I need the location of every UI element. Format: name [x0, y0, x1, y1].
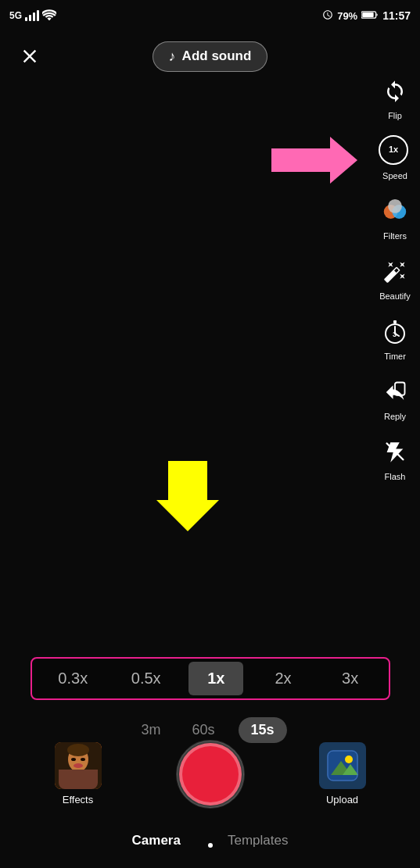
add-sound-label: Add sound	[182, 48, 252, 64]
time: 11:57	[382, 9, 411, 22]
status-left: 5G	[9, 9, 56, 23]
duration-60s[interactable]: 60s	[184, 717, 222, 743]
svg-marker-10	[271, 137, 357, 184]
battery-pct: 79%	[337, 10, 357, 22]
upload-icon	[319, 742, 366, 789]
pink-arrow	[271, 137, 357, 187]
top-bar: ♪ Add sound	[0, 39, 420, 73]
speed-label: Speed	[382, 171, 407, 180]
speed-3x[interactable]: 3x	[323, 662, 378, 695]
speed-1x[interactable]: 1x	[188, 662, 243, 695]
bottom-bar: Effects Upload	[0, 742, 420, 805]
beautify-label: Beautify	[379, 291, 411, 301]
add-sound-button[interactable]: ♪ Add sound	[153, 41, 268, 72]
right-toolbar: Flip 1x Speed Filters	[378, 74, 412, 481]
svg-marker-11	[156, 461, 219, 531]
nav-tabs: Camera Templates	[0, 829, 420, 852]
svg-point-18	[71, 758, 76, 761]
tab-templates[interactable]: Templates	[228, 829, 288, 852]
svg-rect-15	[74, 770, 83, 776]
speed-0.5x[interactable]: 0.5x	[116, 662, 177, 695]
speed-2x[interactable]: 2x	[256, 662, 311, 695]
flash-button[interactable]: Flash	[378, 435, 412, 481]
duration-15s[interactable]: 15s	[239, 717, 287, 743]
upload-label: Upload	[326, 794, 358, 805]
svg-rect-1	[362, 13, 373, 17]
reply-button[interactable]: Reply	[378, 375, 412, 421]
music-icon: ♪	[169, 48, 176, 65]
svg-point-19	[81, 758, 85, 761]
beautify-icon	[378, 255, 412, 289]
alarm-icon	[322, 9, 333, 23]
timer-label: Timer	[384, 352, 406, 361]
filters-icon	[378, 195, 412, 229]
status-bar: 5G 79% 11:57	[0, 0, 420, 31]
svg-rect-6	[393, 320, 397, 323]
nav-indicator	[208, 843, 213, 848]
svg-point-4	[388, 199, 402, 213]
beautify-button[interactable]: Beautify	[378, 255, 412, 301]
reply-icon	[378, 375, 412, 409]
reply-label: Reply	[384, 412, 406, 421]
speed-selector: 0.3x 0.5x 1x 2x 3x	[31, 657, 390, 700]
upload-button[interactable]: Upload	[319, 742, 366, 805]
speed-button[interactable]: 1x Speed	[378, 134, 412, 180]
battery-icon	[361, 10, 379, 22]
close-button[interactable]	[13, 39, 47, 73]
tab-camera[interactable]: Camera	[132, 829, 181, 852]
filters-label: Filters	[383, 231, 407, 241]
flip-label: Flip	[388, 111, 402, 120]
svg-point-17	[74, 763, 83, 768]
speed-icon: 1x	[378, 134, 412, 169]
svg-point-16	[63, 772, 94, 789]
flash-label: Flash	[385, 472, 406, 481]
signal-text: 5G	[9, 10, 22, 21]
status-right: 79% 11:57	[322, 9, 411, 23]
yellow-arrow	[156, 461, 219, 534]
svg-text:3: 3	[393, 330, 397, 338]
effects-thumbnail	[55, 742, 102, 789]
signal-bars	[25, 10, 39, 21]
flip-icon	[378, 74, 412, 109]
duration-3m[interactable]: 3m	[133, 717, 168, 743]
filters-button[interactable]: Filters	[378, 195, 412, 241]
svg-point-21	[345, 755, 353, 763]
effects-button[interactable]: Effects	[55, 742, 102, 805]
wifi-icon	[42, 9, 56, 23]
record-button[interactable]	[179, 743, 242, 805]
svg-point-14	[67, 744, 89, 756]
timer-button[interactable]: 3 Timer	[378, 315, 412, 361]
timer-icon: 3	[378, 315, 412, 349]
effects-label: Effects	[63, 794, 94, 805]
speed-0.3x[interactable]: 0.3x	[42, 662, 103, 695]
flash-icon	[378, 435, 412, 470]
flip-button[interactable]: Flip	[378, 74, 412, 120]
